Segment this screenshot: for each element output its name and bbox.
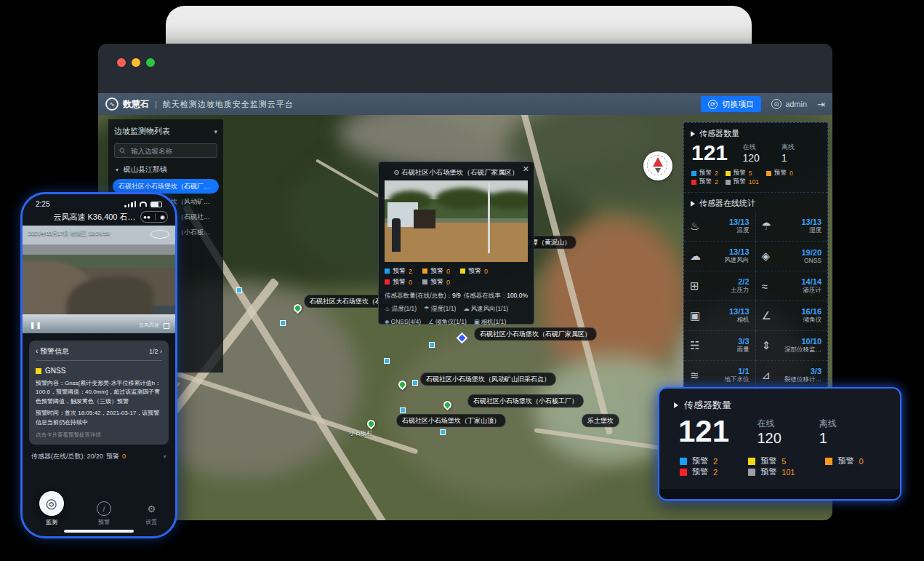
online-stats-panel-header[interactable]: 传感器在线统计: [684, 193, 827, 212]
sensor-chip-label: GNSS(4/4): [391, 318, 422, 325]
screenshot-stage: 广昆高速 小石板村 石砚社区大石场堡坎（石砚社区）石砚社区小石场堡坎（石砚厂家属…: [0, 0, 924, 561]
phone-tab-预警[interactable]: i预警: [97, 501, 111, 526]
callout-alert-label: 预警: [692, 466, 708, 477]
phone-tab-监测[interactable]: ◎监测: [39, 491, 64, 526]
phone-tab-设置[interactable]: ⚙设置: [144, 501, 158, 526]
sidebar-title: 边坡监测物列表: [114, 126, 170, 137]
sensor-type-cell-[interactable]: ☵3/3雨量: [684, 331, 756, 361]
close-target-icon[interactable]: ◉: [160, 214, 165, 220]
chevron-down-icon[interactable]: ˅: [163, 453, 166, 460]
sensor-chip-icon: ▣: [474, 318, 480, 325]
sensor-panel-alert-value: 0: [790, 170, 793, 177]
sensor-type-count: 16/16: [801, 307, 821, 316]
sensor-type-cell-[interactable]: ▣13/13相机: [684, 301, 756, 331]
地下水位-icon: ≋: [690, 369, 706, 382]
popup-alert-label: 预警: [393, 266, 406, 276]
sensor-type-text: 13/13风速风向: [725, 247, 750, 265]
slope-search-box[interactable]: [114, 143, 217, 158]
sensor-type-label: 相机: [729, 316, 750, 325]
callout-alert-entry: 预警2: [680, 466, 718, 477]
photo-pole: [488, 183, 490, 253]
sensor-type-cell-[interactable]: ⊿3/3裂缝位移计…: [756, 361, 828, 391]
map-sensor-square-marker[interactable]: [400, 407, 406, 413]
sensor-chip-label: 风速风向(1/1): [471, 305, 508, 312]
fullscreen-icon[interactable]: [164, 323, 169, 329]
sensor-type-label: 深部位移监…: [784, 346, 821, 354]
sensor-type-count: 13/13: [725, 247, 750, 256]
sensor-panel-alert-label: 预警: [774, 169, 787, 178]
close-icon[interactable]: ✕: [523, 164, 529, 174]
popup-alert-value: 0: [409, 279, 412, 286]
alert-prev-and-title[interactable]: ‹ 预警信息: [36, 346, 69, 357]
sensor-type-cell-[interactable]: ☁13/13风速风向: [684, 242, 756, 271]
traffic-light-minimize[interactable]: [132, 58, 140, 67]
home-indicator[interactable]: [64, 530, 134, 533]
logout-icon[interactable]: ⇥: [817, 99, 825, 110]
sensor-type-cell-[interactable]: ♨13/13温度: [684, 212, 756, 242]
online-stats-title: 传感器在线统计: [699, 198, 755, 209]
sensor-panel-alert-value: 101: [749, 178, 759, 186]
sensor-count-callout-panel: 传感器数量 121 在线 120 离线 1 预警2预警2预警5预警101预警0: [658, 387, 901, 501]
switch-project-button[interactable]: ⟳ 切换项目: [701, 96, 761, 112]
popup-sensor-summary: 传感器数量(在线/总数)：9/9 传感器在线率：100.0%: [385, 292, 528, 301]
湿度-icon: ☂: [762, 220, 778, 233]
map-sensor-square-marker[interactable]: [280, 320, 286, 326]
alert-square-icon: [691, 180, 696, 185]
map-sensor-square-marker[interactable]: [440, 429, 446, 435]
sensor-chip-icon: ♨: [385, 305, 390, 312]
callout-alert-label: 预警: [760, 466, 776, 477]
sensor-type-cell-[interactable]: ≈14/14渗压计: [756, 271, 828, 301]
phone-tab-label: 设置: [145, 518, 157, 526]
sensor-total-value: 9/9: [452, 292, 461, 299]
sensor-type-text: 14/14渗压计: [801, 277, 821, 295]
traffic-light-zoom[interactable]: [146, 58, 155, 67]
map-sensor-square-marker[interactable]: [429, 342, 435, 348]
phone-nav-bar: 云凤高速 K36,400 石… ●● ◉: [23, 208, 175, 226]
map-sensor-square-marker[interactable]: [236, 287, 242, 293]
user-menu[interactable]: ⊙ admin: [771, 99, 807, 109]
video-timestamp-overlay: 2021年03月17日 星期三 18:24:59: [28, 230, 110, 237]
popup-alert-entry: 预警0: [460, 266, 488, 276]
traffic-light-buttons[interactable]: [117, 58, 155, 67]
sensor-chip: ☂湿度(1/1): [424, 305, 456, 314]
sensor-type-label: 地下水位: [725, 375, 750, 384]
alert-time-text: 预警时间：首次 18:05:42，2021-03-17，该预警信息当前仍在持续中: [36, 409, 162, 427]
sensor-type-cell-[interactable]: ⇕10/10深部位移监…: [756, 331, 828, 361]
traffic-light-close[interactable]: [117, 58, 126, 67]
sensor-type-cell-[interactable]: ☂13/13湿度: [756, 212, 828, 242]
sensor-total-label: 传感器数量(在线/总数)：: [385, 292, 452, 299]
sensor-type-count: 3/3: [784, 367, 821, 375]
sensor-type-cell-[interactable]: ∠16/16倾角仪: [756, 301, 828, 331]
sensor-type-cell-[interactable]: ⊞2/2土压力: [684, 271, 756, 301]
alert-pager-next[interactable]: 1/2 ›: [149, 348, 162, 355]
phone-page-title: 云凤高速 K36,400 石…: [30, 212, 140, 223]
alert-square-icon: [748, 458, 755, 465]
callout-alert-entry: 预警2: [680, 455, 718, 466]
sensor-chip: ▣相机(1/1): [474, 318, 507, 327]
sensor-panel-alert-value: 2: [715, 170, 718, 177]
video-watermark: 云凤高速: [139, 322, 159, 329]
sensor-type-cell-GNSS[interactable]: ◈19/20GNSS: [756, 242, 828, 271]
sidebar-header[interactable]: 边坡监测物列表 ▾: [108, 122, 223, 140]
callout-alert-value: 101: [782, 468, 795, 477]
sensor-type-cell-[interactable]: ≋1/1地下水位: [684, 361, 756, 391]
sidebar-group-town[interactable]: ▾ 砚山县江那镇: [108, 161, 223, 178]
triangle-right-icon: [691, 131, 695, 137]
sidebar-item-slope[interactable]: 石砚社区小石场堡坎（石砚厂家属区）: [113, 179, 219, 194]
map-pin-marker[interactable]: [366, 418, 377, 430]
search-input[interactable]: [129, 146, 212, 156]
alert-info-card[interactable]: ‹ 预警信息 1/2 › GNSS 预警内容：Gnss[累计变形类-水平位移累计…: [29, 341, 169, 445]
sensor-count-panel-header[interactable]: 传感器数量: [684, 123, 827, 142]
pause-button[interactable]: ❚❚: [30, 322, 42, 329]
miniprogram-capsule[interactable]: ●● ◉: [140, 211, 168, 223]
map-sensor-square-marker[interactable]: [412, 380, 418, 386]
map-sensor-square-marker[interactable]: [384, 358, 390, 364]
live-video-player[interactable]: 2021年03月17日 星期三 18:24:59 ❚❚ 云凤高速: [23, 226, 175, 333]
phone-tab-label: 预警: [98, 518, 110, 526]
alert-square-icon: [680, 458, 687, 465]
compass-control[interactable]: [643, 151, 672, 180]
callout-alert-legend: 预警2预警2预警5预警101预警0: [659, 447, 900, 477]
brand-logo-icon: ∿: [105, 98, 118, 111]
more-dots-icon[interactable]: ●●: [143, 214, 150, 220]
sensor-panel-legend-column: 预警5预警101: [726, 169, 759, 186]
